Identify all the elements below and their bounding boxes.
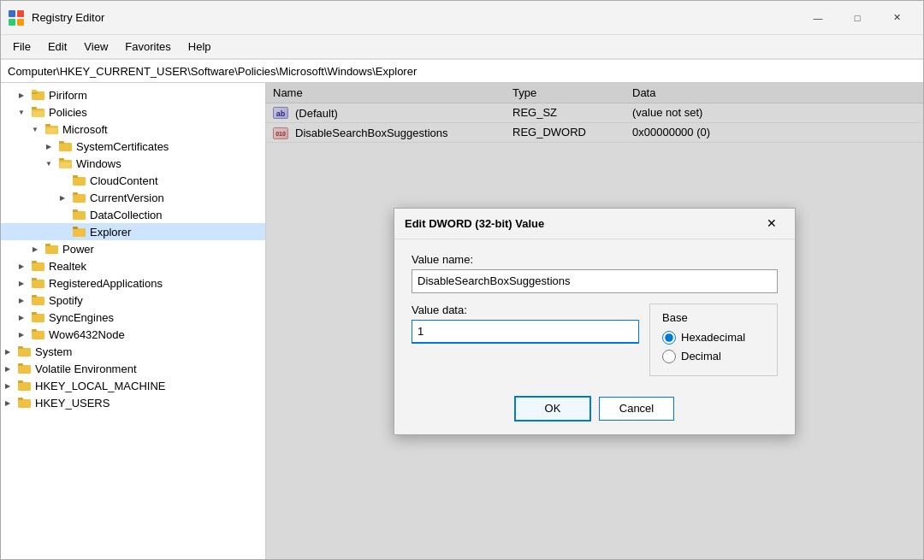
expand-arrow <box>15 327 28 341</box>
svg-rect-24 <box>45 244 50 246</box>
tree-label: RegisteredApplications <box>49 277 163 290</box>
folder-icon <box>18 380 32 392</box>
decimal-label[interactable]: Decimal <box>681 350 721 363</box>
value-data-section: Value data: <box>412 304 639 344</box>
base-label: Base <box>662 311 765 324</box>
expand-arrow <box>1 379 15 392</box>
svg-rect-32 <box>32 312 37 315</box>
folder-icon <box>32 328 45 340</box>
tree-item-power[interactable]: Power <box>1 240 265 257</box>
tree-item-registeredapps[interactable]: RegisteredApplications <box>1 274 265 292</box>
dialog-body: Value name: Value data: Base <box>394 239 795 390</box>
tree-item-realtek[interactable]: Realtek <box>1 257 265 274</box>
tree-panel: Piriform Policies Microsoft <box>1 83 266 559</box>
svg-rect-31 <box>32 314 44 322</box>
svg-rect-38 <box>18 363 23 366</box>
value-name-label: Value name: <box>412 253 778 266</box>
app-icon <box>8 9 25 27</box>
value-data-input[interactable] <box>412 320 639 344</box>
svg-rect-11 <box>59 143 72 151</box>
maximize-button[interactable]: □ <box>838 4 877 32</box>
tree-item-microsoft[interactable]: Microsoft <box>1 121 265 138</box>
folder-icon-selected <box>73 226 86 238</box>
tree-item-wow6432node[interactable]: Wow6432Node <box>1 326 265 343</box>
cancel-button[interactable]: Cancel <box>599 397 674 421</box>
svg-rect-1 <box>17 10 24 17</box>
tree-item-syncengines[interactable]: SyncEngines <box>1 309 265 326</box>
svg-rect-2 <box>9 19 15 26</box>
tree-item-volatileenv[interactable]: Volatile Environment <box>1 360 265 377</box>
menu-view[interactable]: View <box>75 37 116 56</box>
folder-icon <box>18 345 32 357</box>
folder-icon <box>45 243 59 255</box>
svg-rect-34 <box>32 329 37 332</box>
value-name-input[interactable] <box>412 269 778 293</box>
decimal-radio[interactable] <box>662 350 676 363</box>
tree-item-hku[interactable]: HKEY_USERS <box>1 394 265 411</box>
folder-icon <box>18 397 32 409</box>
menu-file[interactable]: File <box>4 37 39 56</box>
tree-item-datacollection[interactable]: DataCollection <box>1 206 265 223</box>
tree-item-hklm[interactable]: HKEY_LOCAL_MACHINE <box>1 377 265 394</box>
tree-item-spotify[interactable]: Spotify <box>1 292 265 309</box>
svg-rect-6 <box>32 90 37 92</box>
svg-rect-14 <box>59 158 64 161</box>
expand-arrow <box>15 88 28 102</box>
folder-icon <box>32 260 45 272</box>
svg-rect-23 <box>45 245 58 254</box>
svg-rect-3 <box>17 19 24 26</box>
svg-rect-15 <box>73 177 86 186</box>
ok-button[interactable]: OK <box>515 397 590 421</box>
folder-icon-open <box>45 123 59 135</box>
menu-help[interactable]: Help <box>180 37 220 56</box>
menu-favorites[interactable]: Favorites <box>116 37 179 56</box>
tree-item-explorer[interactable]: Explorer <box>1 223 265 240</box>
expand-arrow <box>42 156 56 170</box>
tree-item-cloudcontent[interactable]: CloudContent <box>1 172 265 189</box>
svg-rect-26 <box>32 261 37 263</box>
svg-rect-17 <box>73 194 86 203</box>
svg-rect-28 <box>32 278 37 280</box>
svg-rect-33 <box>32 331 44 339</box>
hexadecimal-option[interactable]: Hexadecimal <box>662 331 765 345</box>
value-data-row: Value data: Base Hexadecimal <box>412 304 778 376</box>
dialog-close-button[interactable]: ✕ <box>759 212 785 234</box>
folder-icon <box>32 277 45 289</box>
hexadecimal-radio[interactable] <box>662 331 676 345</box>
close-button[interactable]: ✕ <box>877 4 916 32</box>
svg-rect-12 <box>59 141 64 144</box>
tree-label: SyncEngines <box>49 311 114 324</box>
expand-arrow <box>1 345 15 358</box>
registry-values-panel: Name Type Data ab (Default) REG_SZ <box>266 83 923 559</box>
tree-item-piriform[interactable]: Piriform <box>1 86 265 103</box>
folder-icon <box>73 174 86 186</box>
registry-editor-window: Registry Editor — □ ✕ File Edit View Fav… <box>0 0 924 560</box>
tree-label: Policies <box>49 106 87 119</box>
expand-arrow <box>56 191 69 204</box>
tree-item-system[interactable]: System <box>1 343 265 360</box>
svg-rect-41 <box>18 399 31 408</box>
tree-label: Spotify <box>49 294 83 307</box>
folder-icon-open <box>32 106 45 118</box>
tree-item-systemcerts[interactable]: SystemCertificates <box>1 138 265 155</box>
svg-rect-19 <box>73 211 86 220</box>
tree-label: HKEY_LOCAL_MACHINE <box>35 380 165 392</box>
expand-arrow <box>28 122 42 136</box>
tree-item-policies[interactable]: Policies <box>1 103 265 121</box>
svg-rect-10 <box>45 124 50 127</box>
hexadecimal-label[interactable]: Hexadecimal <box>681 331 745 344</box>
decimal-option[interactable]: Decimal <box>662 350 765 363</box>
tree-item-windows[interactable]: Windows <box>1 155 265 172</box>
window-controls: — □ ✕ <box>798 4 916 32</box>
minimize-button[interactable]: — <box>798 4 838 32</box>
svg-rect-35 <box>18 348 31 357</box>
svg-rect-8 <box>32 107 37 109</box>
menu-edit[interactable]: Edit <box>39 37 75 56</box>
svg-rect-36 <box>18 346 23 349</box>
svg-rect-30 <box>32 295 37 298</box>
svg-rect-40 <box>18 380 23 383</box>
tree-item-currentversion[interactable]: CurrentVersion <box>1 189 265 206</box>
svg-rect-27 <box>32 280 44 288</box>
tree-label: Microsoft <box>62 123 108 136</box>
address-path[interactable]: Computer\HKEY_CURRENT_USER\Software\Poli… <box>8 65 417 78</box>
